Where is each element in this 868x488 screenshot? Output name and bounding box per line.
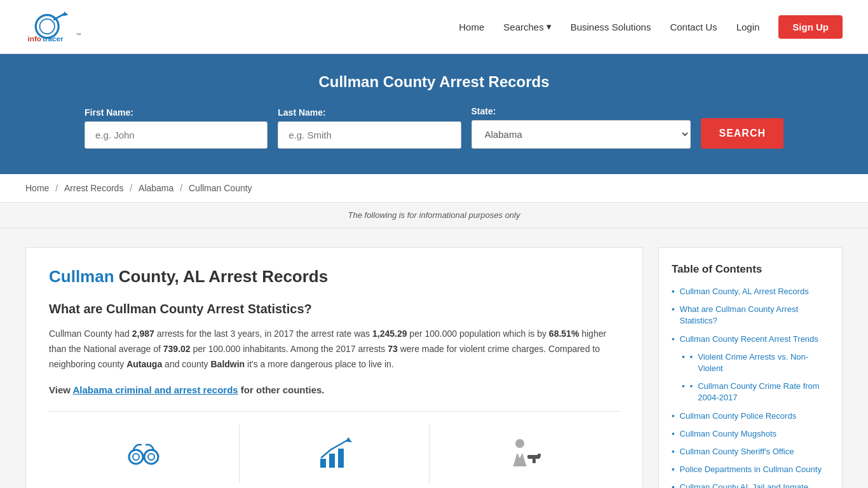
last-name-label: Last Name: (278, 107, 461, 118)
last-name-input[interactable] (278, 121, 461, 149)
nav-home[interactable]: Home (459, 22, 484, 32)
svg-rect-13 (329, 454, 335, 468)
login-button[interactable]: Login (736, 22, 760, 32)
toc-item: Cullman County Recent Arrest Trends (672, 334, 829, 345)
chevron-down-icon: ▾ (546, 21, 552, 32)
article-title-highlight: Cullman (49, 267, 114, 286)
breadcrumb-sep-3: / (180, 183, 185, 193)
nav-business-solutions[interactable]: Business Solutions (571, 22, 651, 32)
article-title: Cullman County, AL Arrest Records (49, 267, 620, 287)
svg-rect-12 (320, 459, 326, 468)
toc-link[interactable]: What are Cullman County Arrest Statistic… (680, 304, 829, 327)
icon-cell-2 (240, 424, 430, 483)
section1-heading: What are Cullman County Arrest Statistic… (49, 302, 620, 316)
svg-point-8 (144, 450, 158, 464)
breadcrumb-sep-2: / (130, 183, 135, 193)
breadcrumb-county[interactable]: Cullman County (189, 183, 252, 193)
toc-link[interactable]: Cullman County Sheriff's Office (680, 446, 794, 458)
svg-text:tracer: tracer (43, 34, 64, 43)
svg-rect-18 (532, 459, 536, 463)
site-header: info tracer ™ Home Searches ▾ Business S… (0, 0, 868, 54)
toc-link[interactable]: Cullman County Recent Arrest Trends (680, 334, 818, 345)
toc-link[interactable]: Cullman County,AL Jail and Inmate (680, 482, 808, 488)
toc-item: Police Departments in Cullman County (672, 464, 829, 475)
svg-point-1 (40, 19, 55, 34)
icon-cell-3 (430, 424, 620, 483)
svg-text:™: ™ (76, 32, 81, 38)
svg-rect-14 (338, 449, 344, 468)
main-content: Cullman County, AL Arrest Records What a… (0, 228, 868, 488)
info-bar-text: The following is for informational purpo… (348, 210, 520, 220)
alabama-records-link[interactable]: Alabama criminal and arrest records (73, 384, 238, 395)
icons-row (49, 411, 620, 483)
svg-point-10 (133, 454, 139, 460)
toc-item: ▪Violent Crime Arrests vs. Non-Violent (672, 351, 829, 374)
signup-button[interactable]: Sign Up (778, 15, 843, 39)
svg-point-7 (129, 450, 143, 464)
breadcrumb: Home / Arrest Records / Alabama / Cullma… (0, 174, 868, 203)
toc-link[interactable]: Cullman County, AL Arrest Records (680, 286, 809, 297)
article: Cullman County, AL Arrest Records What a… (25, 247, 643, 488)
section1-paragraph: Cullman County had 2,987 arrests for the… (49, 327, 620, 372)
toc-item: Cullman County Mugshots (672, 428, 829, 440)
toc-item: ▪Cullman County Crime Rate from 2004-201… (672, 381, 829, 403)
svg-rect-19 (538, 454, 541, 457)
toc-heading: Table of Contents (672, 263, 829, 276)
toc-item: Cullman County Police Records (672, 410, 829, 422)
toc-item: What are Cullman County Arrest Statistic… (672, 304, 829, 327)
search-form: First Name: Last Name: State: AlabamaAla… (85, 106, 783, 149)
breadcrumb-sep-1: / (55, 183, 60, 193)
toc-list: Cullman County, AL Arrest RecordsWhat ar… (672, 286, 829, 488)
state-label: State: (471, 106, 691, 116)
toc-link[interactable]: Cullman County Police Records (680, 410, 797, 422)
sidebar: Table of Contents Cullman County, AL Arr… (658, 247, 843, 488)
person-gun-icon (506, 435, 544, 473)
hero-section: Cullman County Arrest Records First Name… (0, 54, 868, 174)
first-name-input[interactable] (85, 121, 268, 149)
toc-item: Cullman County Sheriff's Office (672, 446, 829, 458)
toc-link[interactable]: Cullman County Crime Rate from 2004-2017 (698, 381, 829, 403)
view-link-suffix: for other counties. (238, 384, 325, 395)
svg-marker-3 (63, 11, 68, 16)
state-select[interactable]: AlabamaAlaskaArizonaArkansasCaliforniaCo… (471, 120, 691, 149)
breadcrumb-arrest-records[interactable]: Arrest Records (64, 183, 123, 193)
chart-up-icon (315, 435, 353, 473)
toc-box: Table of Contents Cullman County, AL Arr… (658, 247, 843, 488)
breadcrumb-alabama[interactable]: Alabama (139, 183, 173, 193)
handcuffs-icon (125, 435, 163, 473)
toc-link[interactable]: Violent Crime Arrests vs. Non-Violent (698, 351, 829, 374)
toc-item: Cullman County,AL Jail and Inmate (672, 482, 829, 488)
toc-link[interactable]: Police Departments in Cullman County (680, 464, 822, 475)
svg-line-2 (54, 14, 64, 20)
logo[interactable]: info tracer ™ (25, 8, 140, 46)
svg-point-16 (515, 439, 524, 448)
search-button[interactable]: SEARCH (701, 118, 783, 149)
nav-contact-us[interactable]: Contact Us (670, 22, 717, 32)
last-name-group: Last Name: (278, 107, 461, 149)
first-name-label: First Name: (85, 107, 268, 118)
toc-item: Cullman County, AL Arrest Records (672, 286, 829, 297)
svg-point-11 (148, 454, 154, 460)
state-group: State: AlabamaAlaskaArizonaArkansasCalif… (471, 106, 691, 149)
view-link-prefix: View (49, 384, 73, 395)
view-link-paragraph: View Alabama criminal and arrest records… (49, 382, 620, 398)
svg-text:info: info (28, 34, 41, 43)
article-title-rest: County, AL Arrest Records (114, 267, 329, 286)
breadcrumb-home[interactable]: Home (25, 183, 49, 193)
hero-title: Cullman County Arrest Records (25, 73, 843, 91)
icon-cell-1 (49, 424, 240, 483)
toc-link[interactable]: Cullman County Mugshots (680, 428, 776, 440)
nav-searches[interactable]: Searches ▾ (503, 21, 551, 32)
first-name-group: First Name: (85, 107, 268, 149)
main-nav: Home Searches ▾ Business Solutions Conta… (459, 15, 843, 39)
info-bar: The following is for informational purpo… (0, 203, 868, 228)
